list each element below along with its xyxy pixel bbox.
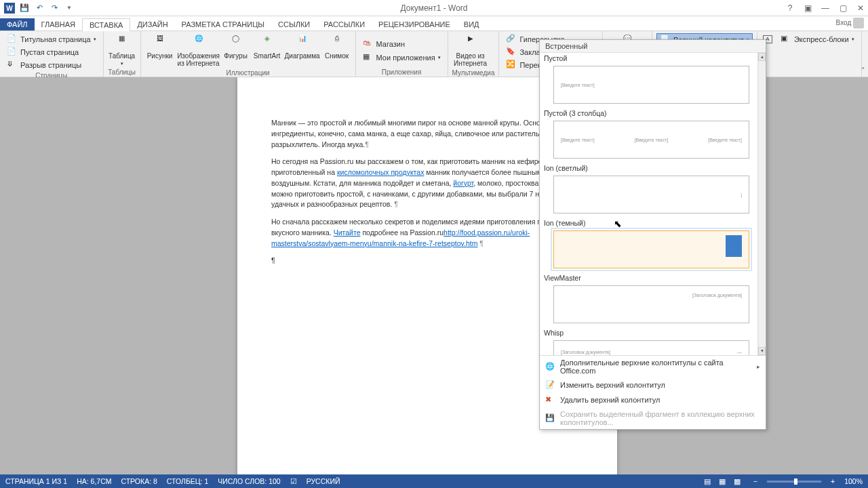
close-icon[interactable]: ✕ <box>856 3 865 13</box>
group-media-label: Мультимедиа <box>452 69 495 77</box>
group-apps: 🛍Магазин ▦Мои приложения▾ Приложения <box>356 31 448 77</box>
status-line[interactable]: СТРОКА: 8 <box>121 477 157 485</box>
gallery-item-label: Ion (темный) <box>540 218 757 228</box>
shapes-button[interactable]: ◯Фигуры <box>222 33 250 61</box>
save-selection-to-gallery: 💾 Сохранить выделенный фрагмент в коллек… <box>540 407 766 429</box>
tab-layout[interactable]: РАЗМЕТКА СТРАНИЦЫ <box>175 18 271 30</box>
quick-parts-button[interactable]: ▣Экспресс-блоки▾ <box>778 33 857 45</box>
tab-view[interactable]: ВИД <box>457 18 486 30</box>
status-word-count[interactable]: ЧИСЛО СЛОВ: 100 <box>218 477 280 485</box>
save-gallery-icon: 💾 <box>545 413 555 423</box>
screenshot-button[interactable]: ⎙Снимок <box>323 33 351 61</box>
titlebar: W 💾 ↶ ↷ ▼ Документ1 - Word ? ▣ — ▢ ✕ <box>0 0 868 16</box>
status-position[interactable]: НА: 6,7СМ <box>77 477 111 485</box>
word-icon: W <box>4 3 15 14</box>
gallery-item-ion-light[interactable]: | <box>553 176 749 214</box>
cover-page-button[interactable]: 📄Титульная страница▾ <box>4 33 99 45</box>
gallery-item-empty-3col[interactable]: [Введите текст][Введите текст][Введите т… <box>553 121 749 159</box>
gallery-item-label: Пустой (3 столбца) <box>540 108 757 119</box>
maximize-icon[interactable]: ▢ <box>838 3 848 13</box>
tab-file[interactable]: ФАЙЛ <box>0 18 35 30</box>
gallery-category-header: Встроенный <box>540 40 766 53</box>
group-tables: ▦Таблица▾ Таблицы <box>104 31 141 77</box>
blank-page-button[interactable]: 📄Пустая страница <box>4 46 81 58</box>
scroll-up-icon[interactable]: ▴ <box>758 53 766 61</box>
help-icon[interactable]: ? <box>785 3 795 13</box>
gallery-footer: 🌐 Дополнительные верхние колонтитулы с с… <box>540 355 766 429</box>
zoom-slider[interactable] <box>767 481 821 483</box>
account-signin[interactable]: Вход <box>836 18 864 28</box>
scroll-down-icon[interactable]: ▾ <box>758 347 766 355</box>
redo-icon[interactable]: ↷ <box>49 3 60 14</box>
status-page[interactable]: СТРАНИЦА 1 ИЗ 1 <box>5 477 67 485</box>
ribbon-options-icon[interactable]: ▣ <box>803 3 812 13</box>
ribbon-tabs: ФАЙЛ ГЛАВНАЯ ВСТАВКА ДИЗАЙН РАЗМЕТКА СТР… <box>0 16 868 31</box>
my-apps-button[interactable]: ▦Мои приложения▾ <box>360 52 443 64</box>
web-layout-icon[interactable]: ▩ <box>730 476 744 487</box>
ion-dark-accent <box>726 235 742 257</box>
document-title: Документ1 - Word <box>400 3 467 13</box>
print-layout-icon[interactable]: ▦ <box>715 476 729 487</box>
group-media: ▶Видео из Интернета Мультимедиа <box>448 31 500 77</box>
online-video-button[interactable]: ▶Видео из Интернета <box>452 33 489 68</box>
table-button[interactable]: ▦Таблица▾ <box>108 33 136 68</box>
gallery-list: Пустой [Введите текст] Пустой (3 столбца… <box>540 53 766 355</box>
gallery-scrollbar[interactable]: ▴ ▾ <box>757 53 766 355</box>
page-break-button[interactable]: ⤋Разрыв страницы <box>4 59 84 71</box>
group-tables-label: Таблицы <box>108 68 136 76</box>
office-icon: 🌐 <box>545 362 555 371</box>
save-icon[interactable]: 💾 <box>19 3 30 14</box>
gallery-item-label: Ion (светлый) <box>540 163 757 174</box>
tab-review[interactable]: РЕЦЕНЗИРОВАНИЕ <box>372 18 457 30</box>
paragraph[interactable]: Но сначала расскажем несколько секретов … <box>271 217 583 249</box>
window-controls: ? ▣ — ▢ ✕ <box>785 3 865 13</box>
read-mode-icon[interactable]: ▤ <box>701 476 714 487</box>
chart-button[interactable]: 📊Диаграмма <box>285 33 320 61</box>
status-language[interactable]: РУССКИЙ <box>307 477 340 485</box>
quick-access-toolbar: W 💾 ↶ ↷ ▼ <box>0 3 75 14</box>
pictures-button[interactable]: 🖼Рисунки <box>145 33 175 61</box>
group-text: A ▣Экспресс-блоки▾ <box>757 31 862 77</box>
zoom-in-icon[interactable]: + <box>831 477 835 485</box>
store-button[interactable]: 🛍Магазин <box>360 38 408 50</box>
zoom-out-icon[interactable]: − <box>753 477 757 485</box>
more-headers-online[interactable]: 🌐 Дополнительные верхние колонтитулы с с… <box>540 356 766 378</box>
link-dairy[interactable]: кисломолочных продуктах <box>337 168 424 176</box>
edit-icon: 📝 <box>545 380 555 390</box>
statusbar: СТРАНИЦА 1 ИЗ 1 НА: 6,7СМ СТРОКА: 8 СТОЛ… <box>0 474 868 488</box>
tab-references[interactable]: ССЫЛКИ <box>271 18 317 30</box>
collapse-ribbon-icon[interactable]: ˄ <box>861 66 865 75</box>
link-yogurt[interactable]: йогурт <box>453 179 473 187</box>
remove-header[interactable]: ✖ Удалить верхний колонтитул <box>540 392 766 407</box>
status-column[interactable]: СТОЛБЕЦ: 1 <box>167 477 208 485</box>
gallery-item-viewmaster[interactable]: [Заголовок документа] <box>553 285 749 323</box>
header-gallery-dropdown: Встроенный Пустой [Введите текст] Пустой… <box>539 39 766 430</box>
link-read[interactable]: Читайте <box>334 228 361 237</box>
group-apps-label: Приложения <box>360 68 443 76</box>
undo-icon[interactable]: ↶ <box>34 3 45 14</box>
group-illustrations: 🖼Рисунки 🌐Изображения из Интернета ◯Фигу… <box>141 31 356 77</box>
smartart-button[interactable]: ◈SmartArt <box>252 33 282 61</box>
gallery-item-label: Пустой <box>540 53 757 64</box>
tab-insert[interactable]: ВСТАВКА <box>82 18 130 31</box>
paragraph[interactable]: ¶ <box>271 256 583 266</box>
tab-mailings[interactable]: РАССЫЛКИ <box>317 18 372 30</box>
edit-header[interactable]: 📝 Изменить верхний колонтитул <box>540 378 766 392</box>
gallery-item-ion-dark[interactable] <box>553 230 749 268</box>
signature-line-button[interactable]: ✎Строка подписи▾ <box>866 33 868 45</box>
gallery-item-label: ViewMaster <box>540 272 757 283</box>
delete-icon: ✖ <box>545 395 555 405</box>
tab-design[interactable]: ДИЗАЙН <box>130 18 174 30</box>
paragraph[interactable]: Но сегодня на Passion.ru мы расскажем о … <box>271 157 583 210</box>
status-proofing-icon[interactable]: ☑ <box>290 477 297 485</box>
qat-customize-icon[interactable]: ▼ <box>64 3 75 14</box>
minimize-icon[interactable]: — <box>821 3 830 13</box>
tab-home[interactable]: ГЛАВНАЯ <box>35 18 82 30</box>
online-pictures-button[interactable]: 🌐Изображения из Интернета <box>178 33 220 68</box>
gallery-item-empty[interactable]: [Введите текст] <box>553 66 749 104</box>
gallery-item-whisp[interactable]: [Заголовок документа]— <box>553 340 749 355</box>
group-illustrations-label: Иллюстрации <box>145 69 351 77</box>
paragraph[interactable]: Манник — это простой и любимый многими п… <box>271 118 583 150</box>
svg-text:W: W <box>6 5 13 12</box>
zoom-level[interactable]: 100% <box>844 477 863 485</box>
